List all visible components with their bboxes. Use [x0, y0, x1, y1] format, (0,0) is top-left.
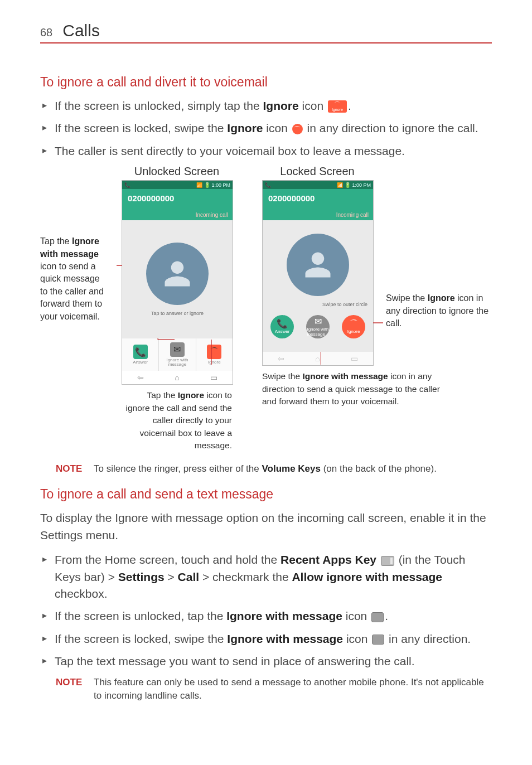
- phone-icon: 📞: [265, 182, 271, 188]
- figure-unlocked-title: Unlocked Screen: [122, 165, 232, 178]
- note-silence-ringer: NOTE To silence the ringer, press either…: [56, 462, 492, 476]
- ignore-with-message-circle[interactable]: ✉Ignore withmessage: [306, 315, 330, 338]
- section2-bullets: From the Home screen, touch and hold the…: [40, 551, 492, 670]
- answer-button[interactable]: 📞 Answer: [122, 338, 158, 371]
- recent-icon: ▭: [351, 354, 358, 363]
- hangup-icon: ⌒: [349, 319, 358, 328]
- calling-number: 0200000000: [268, 193, 367, 203]
- home-icon: ⌂: [315, 354, 320, 363]
- bullet-enable-setting: From the Home screen, touch and hold the…: [40, 551, 492, 602]
- status-bar: 📞 📶 🔋 1:00 PM: [122, 181, 233, 189]
- home-icon[interactable]: ⌂: [175, 373, 179, 382]
- caller-avatar: [287, 234, 349, 296]
- callout-ignore-with-message-tap: Tap the Ignore with message icon to send…: [40, 165, 108, 323]
- bullet-locked-swipe-ignore: If the screen is locked, swipe the Ignor…: [40, 120, 492, 137]
- note-label: NOTE: [56, 462, 86, 476]
- ignore-button[interactable]: ⌒ Ignore: [196, 338, 233, 371]
- unlocked-action-bar: 📞 Answer ✉ Ignore withmessage ⌒ Ignore: [122, 338, 233, 371]
- call-body-locked: Swipe to outer circle 📞Answer ✉Ignore wi…: [263, 220, 373, 352]
- page-header: 68 Calls: [40, 21, 492, 43]
- bullet-tap-text-message: Tap the text message you want to send in…: [40, 653, 492, 670]
- message-box-icon: [371, 612, 384, 622]
- section2-intro: To display the Ignore with message optio…: [40, 510, 492, 544]
- recent-icon[interactable]: ▭: [210, 373, 217, 382]
- hangup-icon: ⌒: [207, 345, 221, 359]
- calling-number: 0200000000: [128, 193, 227, 203]
- signal-icon: 📶 🔋: [337, 182, 352, 188]
- figures-row: Tap the Ignore with message icon to send…: [40, 165, 492, 452]
- status-bar: 📞 📶 🔋 1:00 PM: [263, 181, 373, 189]
- message-icon: ✉: [315, 317, 322, 326]
- status-time: 1:00 PM: [211, 182, 230, 188]
- message-icon: ✉: [170, 342, 185, 357]
- phone-unlocked: 📞 📶 🔋 1:00 PM 0200000000 Incoming call T…: [122, 180, 233, 385]
- back-icon[interactable]: ⇦: [137, 373, 144, 382]
- phone-icon: 📞: [124, 182, 130, 188]
- person-icon: [303, 250, 333, 280]
- unlocked-hint: Tap to answer or ignore: [151, 311, 204, 316]
- phone-answer-icon: 📞: [133, 345, 148, 359]
- figure-unlocked: Unlocked Screen 📞 📶 🔋 1:00 PM 0200000000…: [122, 165, 232, 452]
- locked-hint: Swipe to outer circle: [322, 302, 373, 307]
- signal-icon: 📶 🔋: [196, 182, 211, 188]
- recent-apps-icon: [381, 556, 394, 566]
- figure-locked: Locked Screen 📞 📶 🔋 1:00 PM 0200000000 I…: [262, 165, 373, 408]
- call-body-unlocked: Tap to answer or ignore: [122, 220, 233, 338]
- incoming-call-label: Incoming call: [196, 212, 228, 218]
- status-time: 1:00 PM: [352, 182, 371, 188]
- callout-swipe-ignore-msg: Swipe the Ignore with message icon in an…: [262, 370, 441, 408]
- chapter-title: Calls: [62, 21, 100, 40]
- message-box-icon: [372, 635, 384, 645]
- note-mobile-only: NOTE This feature can only be used to se…: [56, 676, 492, 703]
- ignore-icon: ⌒Ignore: [328, 100, 347, 113]
- person-icon: [162, 259, 192, 289]
- bullet-locked-swipe-ignore-msg: If the screen is locked, swipe the Ignor…: [40, 631, 492, 647]
- bullet-unlocked-tap-ignore-msg: If the screen is unlocked, tap the Ignor…: [40, 608, 492, 624]
- ignore-circle[interactable]: ⌒Ignore: [342, 315, 365, 338]
- note-label: NOTE: [56, 676, 86, 703]
- phone-locked: 📞 📶 🔋 1:00 PM 0200000000 Incoming call S…: [262, 180, 374, 366]
- phone-answer-icon: 📞: [277, 319, 288, 328]
- page-number: 68: [40, 26, 52, 39]
- callout-tap-ignore: Tap the Ignore icon to ignore the call a…: [122, 389, 232, 452]
- section1-bullets: If the screen is unlocked, simply tap th…: [40, 98, 492, 159]
- incoming-call-header: 0200000000 Incoming call: [263, 189, 373, 220]
- incoming-call-header: 0200000000 Incoming call: [122, 189, 233, 220]
- callout-swipe-ignore: Swipe the Ignore icon in any direction t…: [386, 165, 492, 330]
- android-navbar-disabled: ⇦ ⌂ ▭: [263, 352, 373, 365]
- section-ignore-text-title: To ignore a call and send a text message: [40, 487, 492, 502]
- back-icon: ⇦: [278, 354, 284, 363]
- android-navbar: ⇦ ⌂ ▭: [122, 371, 233, 384]
- bullet-caller-to-voicemail: The caller is sent directly to your voic…: [40, 143, 492, 159]
- bullet-unlocked-tap-ignore: If the screen is unlocked, simply tap th…: [40, 98, 492, 114]
- incoming-call-label: Incoming call: [336, 212, 369, 218]
- ignore-with-message-button[interactable]: ✉ Ignore withmessage: [158, 338, 195, 371]
- caller-avatar: [146, 243, 209, 305]
- answer-circle[interactable]: 📞Answer: [270, 315, 294, 338]
- figure-locked-title: Locked Screen: [262, 165, 373, 178]
- section-ignore-voicemail-title: To ignore a call and divert it to voicem…: [40, 75, 492, 90]
- ignore-circle-icon: ⌒: [292, 124, 303, 134]
